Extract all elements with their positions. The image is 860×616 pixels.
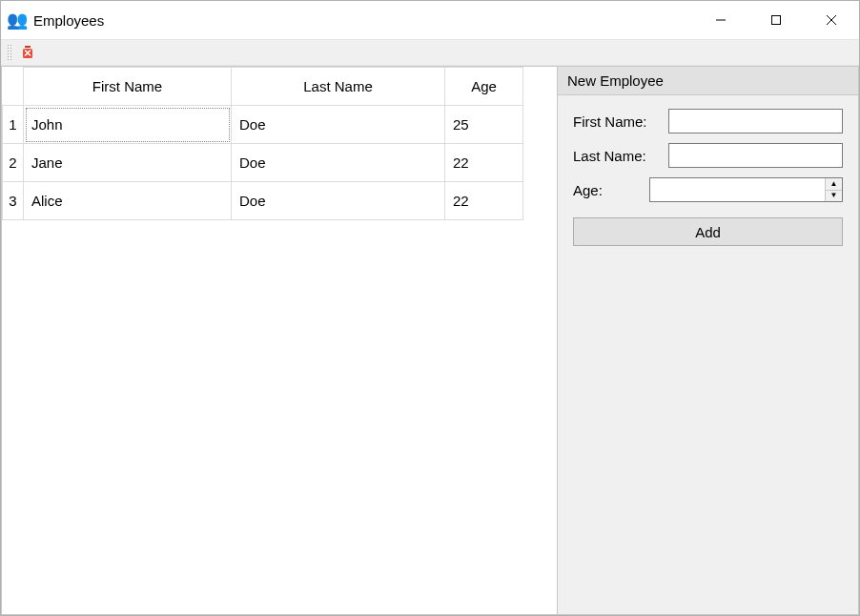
window: 👥 Employees [0,0,860,616]
col-age[interactable]: Age [445,68,523,106]
toolbar [1,39,859,66]
first-name-label: First Name: [573,113,668,130]
maximize-button[interactable] [748,1,804,39]
svg-rect-1 [772,16,781,25]
row-number: 1 [3,106,24,144]
cell-age[interactable]: 25 [445,106,523,144]
table-row[interactable]: 3 Alice Doe 22 [3,182,523,220]
svg-rect-4 [25,46,31,48]
age-spinbox[interactable]: ▲ ▼ [649,177,843,202]
employee-table-pane: First Name Last Name Age 1 John Doe 25 2… [1,66,558,615]
app-icon: 👥 [7,11,28,29]
row-number: 2 [3,144,24,182]
cell-first-name[interactable]: John [24,106,232,144]
cell-age[interactable]: 22 [445,182,523,220]
table-corner [3,68,24,106]
cell-age[interactable]: 22 [445,144,523,182]
col-first-name[interactable]: First Name [24,68,232,106]
add-button[interactable]: Add [573,217,843,246]
delete-icon [20,45,35,60]
cell-first-name[interactable]: Jane [24,144,232,182]
last-name-label: Last Name: [573,148,668,164]
content: First Name Last Name Age 1 John Doe 25 2… [1,66,859,615]
cell-last-name[interactable]: Doe [232,144,445,182]
cell-last-name[interactable]: Doe [232,106,445,144]
spin-down-icon[interactable]: ▼ [826,191,842,202]
col-last-name[interactable]: Last Name [232,68,445,106]
table-row[interactable]: 1 John Doe 25 [3,106,523,144]
cell-last-name[interactable]: Doe [232,182,445,220]
employee-table[interactable]: First Name Last Name Age 1 John Doe 25 2… [2,67,523,220]
minimize-button[interactable] [693,1,748,39]
age-input[interactable] [650,178,825,201]
close-button[interactable] [804,1,859,39]
first-name-input[interactable] [668,109,843,133]
delete-button[interactable] [17,42,38,63]
new-employee-panel: New Employee First Name: Last Name: Age: [558,66,859,615]
row-number: 3 [3,182,24,220]
titlebar: 👥 Employees [1,1,859,39]
panel-header: New Employee [558,67,858,95]
new-employee-form: First Name: Last Name: Age: [558,95,858,212]
cell-first-name[interactable]: Alice [24,182,232,220]
spin-up-icon[interactable]: ▲ [826,178,842,191]
window-controls [693,1,859,39]
last-name-input[interactable] [668,143,843,168]
window-title: Employees [33,12,104,29]
toolbar-grip-icon [7,44,11,61]
age-label: Age: [573,182,649,198]
table-row[interactable]: 2 Jane Doe 22 [3,144,523,182]
